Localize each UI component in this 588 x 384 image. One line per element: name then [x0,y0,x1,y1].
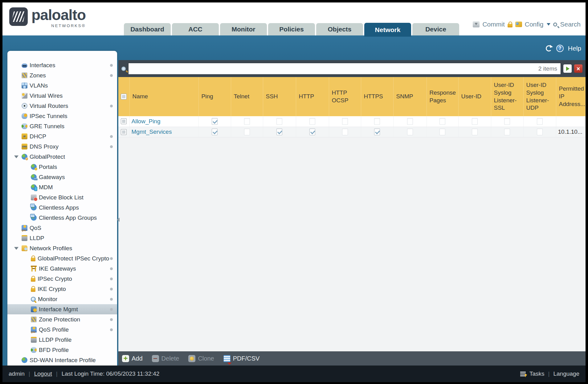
service-checkbox-unchecked[interactable] [504,129,510,135]
service-checkbox-unchecked[interactable] [472,129,478,135]
service-checkbox-unchecked[interactable] [309,118,315,125]
sidebar-item-ipsec-tunnels[interactable]: IPSec Tunnels [7,111,117,121]
service-checkbox-unchecked[interactable] [374,118,380,125]
sidebar-item-globalprotect[interactable]: GlobalProtect [7,152,117,162]
service-checkbox-unchecked[interactable] [407,118,413,125]
service-checkbox-checked[interactable] [374,129,380,135]
column-header-response-pages[interactable]: Response Pages [427,77,458,116]
sidebar-item-lldp[interactable]: LLDP [7,233,117,243]
service-checkbox-checked[interactable] [212,129,218,135]
sidebar-collapse-icon[interactable] [117,218,120,222]
commit-button[interactable]: Commit [482,21,504,28]
column-header-ssh[interactable]: SSH [263,77,296,116]
refresh-icon[interactable] [546,45,552,51]
service-checkbox-unchecked[interactable] [244,118,250,125]
tasks-icon[interactable] [520,372,526,376]
column-header-permitted-ip-address[interactable]: Permitted IP Address... [556,77,586,116]
filter-input[interactable] [128,63,561,75]
help-icon[interactable]: ? [556,45,564,52]
sidebar-item-lldp-profile[interactable]: LLDP Profile [7,335,117,345]
sidebar-item-interface-mgmt[interactable]: Interface Mgmt [7,304,117,314]
column-header-ping[interactable]: Ping [198,77,231,116]
search-icon[interactable] [553,22,557,27]
row-name-link[interactable]: Allow_Ping [132,118,161,125]
sidebar-item-clientless-app-groups[interactable]: Clientless App Groups [7,213,117,223]
sidebar-item-virtual-wires[interactable]: Virtual Wires [7,91,117,101]
config-button[interactable]: Config [525,21,544,28]
service-checkbox-unchecked[interactable] [244,129,250,135]
tasks-button[interactable]: Tasks [529,370,545,377]
row-checkbox[interactable] [121,118,127,124]
expander-icon[interactable] [14,155,18,158]
lock-icon[interactable] [508,24,512,27]
pdf-csv-button[interactable]: PDF/CSV [223,355,260,362]
column-header-name[interactable]: Name [129,77,198,116]
column-header-https[interactable]: HTTPS [361,77,393,116]
expander-icon[interactable] [14,247,18,250]
service-checkbox-unchecked[interactable] [439,118,445,125]
sidebar-item-ike-crypto[interactable]: IKE Crypto [7,284,117,294]
add-button[interactable]: + Add [122,355,143,362]
tab-policies[interactable]: Policies [268,23,315,35]
help-link[interactable]: Help [568,45,581,52]
service-checkbox-unchecked[interactable] [472,118,478,125]
column-header-snmp[interactable]: SNMP [393,77,427,116]
select-all-checkbox[interactable] [121,94,127,100]
chevron-down-icon[interactable] [547,23,550,26]
row-checkbox[interactable] [121,129,127,135]
tab-dashboard[interactable]: Dashboard [124,23,171,35]
sidebar-item-clientless-apps[interactable]: Clientless Apps [7,202,117,213]
sidebar-item-bfd-profile[interactable]: BFD Profile [7,345,117,355]
service-checkbox-unchecked[interactable] [537,118,543,125]
service-checkbox-unchecked[interactable] [276,118,282,125]
commit-icon[interactable] [473,21,480,27]
column-header-http[interactable]: HTTP [296,77,329,116]
apply-filter-button[interactable] [563,64,572,73]
logout-link[interactable]: Logout [34,370,52,377]
sidebar-item-ipsec-crypto[interactable]: IPSec Crypto [7,274,117,284]
sidebar-item-mdm[interactable]: MDM [7,182,117,192]
sidebar-item-device-block-list[interactable]: Device Block List [7,192,117,202]
clear-filter-button[interactable]: × [574,64,582,73]
tab-device[interactable]: Device [412,23,459,35]
sidebar-item-monitor[interactable]: Monitor [7,294,117,304]
service-checkbox-unchecked[interactable] [342,118,348,125]
sidebar-item-ike-gateways[interactable]: IKE Gateways [7,263,117,274]
service-checkbox-unchecked[interactable] [504,118,510,125]
sidebar-item-gre-tunnels[interactable]: GRE Tunnels [7,121,117,131]
sidebar-item-portals[interactable]: Portals [7,162,117,172]
column-header-telnet[interactable]: Telnet [231,77,263,116]
column-header-user-id[interactable]: User-ID [458,77,491,116]
sidebar-item-interfaces[interactable]: Interfaces [7,60,117,70]
sidebar-item-network-profiles[interactable]: Network Profiles [7,243,117,253]
sidebar-item-dns-proxy[interactable]: DNS Proxy [7,141,117,152]
sidebar-item-zone-protection[interactable]: Zone Protection [7,314,117,325]
service-checkbox-checked[interactable] [309,129,315,135]
service-checkbox-unchecked[interactable] [439,129,445,135]
sidebar-item-qos-profile[interactable]: QoS Profile [7,325,117,335]
tab-acc[interactable]: ACC [172,23,219,35]
tab-monitor[interactable]: Monitor [220,23,267,35]
sidebar-item-dhcp[interactable]: DHCP [7,131,117,141]
sidebar-item-virtual-routers[interactable]: Virtual Routers [7,101,117,111]
sidebar-item-gateways[interactable]: Gateways [7,172,117,182]
service-checkbox-checked[interactable] [212,118,218,125]
column-header-user-id-syslog-listener-udp[interactable]: User-ID Syslog Listener-UDP [523,77,556,116]
row-name-link[interactable]: Mgmt_Services [132,129,172,135]
service-checkbox-unchecked[interactable] [342,129,348,135]
config-icon[interactable] [515,22,522,27]
tab-objects[interactable]: Objects [316,23,363,35]
sidebar-item-globalprotect-ipsec-crypto[interactable]: GlobalProtect IPSec Crypto [7,253,117,263]
service-checkbox-unchecked[interactable] [407,129,413,135]
language-button[interactable]: Language [553,370,579,377]
sidebar-item-zones[interactable]: Zones [7,70,117,80]
search-button[interactable]: Search [560,21,581,28]
tab-network[interactable]: Network [364,23,411,37]
clone-button[interactable]: Clone [188,355,214,362]
column-header-http-ocsp[interactable]: HTTP OCSP [329,77,361,116]
delete-button[interactable]: − Delete [152,355,179,362]
column-header-user-id-syslog-listener-ssl[interactable]: User-ID Syslog Listener-SSL [491,77,523,116]
sidebar-item-qos[interactable]: QoS [7,223,117,233]
sidebar-item-vlans[interactable]: VLANs [7,80,117,91]
service-checkbox-checked[interactable] [276,129,282,135]
